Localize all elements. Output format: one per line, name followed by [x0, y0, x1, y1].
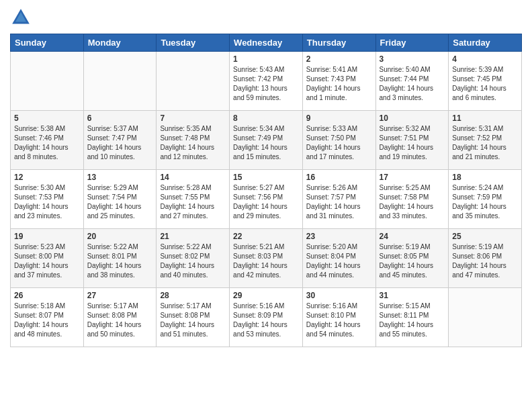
calendar-cell: 19Sunrise: 5:23 AMSunset: 8:00 PMDayligh… [11, 229, 84, 288]
calendar-cell: 8Sunrise: 5:34 AMSunset: 7:49 PMDaylight… [230, 111, 303, 170]
day-info: Sunrise: 5:41 AMSunset: 7:43 PMDaylight:… [306, 65, 372, 103]
calendar-table: SundayMondayTuesdayWednesdayThursdayFrid… [10, 34, 522, 347]
day-info: Sunrise: 5:18 AMSunset: 8:07 PMDaylight:… [14, 302, 80, 339]
calendar-cell: 22Sunrise: 5:21 AMSunset: 8:03 PMDayligh… [230, 229, 303, 288]
calendar-week-row: 19Sunrise: 5:23 AMSunset: 8:00 PMDayligh… [11, 229, 522, 288]
day-info: Sunrise: 5:23 AMSunset: 8:00 PMDaylight:… [14, 242, 80, 280]
day-info: Sunrise: 5:16 AMSunset: 8:10 PMDaylight:… [306, 302, 372, 339]
calendar-cell: 13Sunrise: 5:29 AMSunset: 7:54 PMDayligh… [83, 170, 157, 229]
day-number: 27 [87, 291, 153, 300]
day-number: 20 [87, 232, 153, 241]
calendar-week-row: 12Sunrise: 5:30 AMSunset: 7:53 PMDayligh… [11, 170, 522, 229]
day-number: 16 [306, 173, 372, 182]
day-number: 26 [14, 291, 80, 300]
logo [10, 7, 34, 28]
day-number: 15 [233, 173, 299, 182]
calendar-cell: 12Sunrise: 5:30 AMSunset: 7:53 PMDayligh… [11, 170, 84, 229]
weekday-header-row: SundayMondayTuesdayWednesdayThursdayFrid… [11, 34, 522, 52]
day-number: 2 [306, 54, 372, 64]
day-number: 19 [14, 232, 80, 241]
day-info: Sunrise: 5:16 AMSunset: 8:09 PMDaylight:… [233, 302, 299, 339]
calendar-cell: 30Sunrise: 5:16 AMSunset: 8:10 PMDayligh… [302, 288, 375, 347]
weekday-header-thursday: Thursday [302, 34, 375, 52]
day-info: Sunrise: 5:43 AMSunset: 7:42 PMDaylight:… [233, 65, 299, 103]
day-info: Sunrise: 5:24 AMSunset: 7:59 PMDaylight:… [452, 183, 518, 221]
day-info: Sunrise: 5:22 AMSunset: 8:02 PMDaylight:… [160, 242, 226, 280]
calendar-cell: 16Sunrise: 5:26 AMSunset: 7:57 PMDayligh… [302, 170, 375, 229]
day-number: 31 [380, 291, 445, 300]
calendar-cell [157, 52, 230, 111]
day-info: Sunrise: 5:25 AMSunset: 7:58 PMDaylight:… [380, 183, 445, 221]
day-number: 9 [306, 113, 372, 123]
calendar-week-row: 5Sunrise: 5:38 AMSunset: 7:46 PMDaylight… [11, 111, 522, 170]
day-number: 5 [14, 113, 80, 123]
calendar-cell: 9Sunrise: 5:33 AMSunset: 7:50 PMDaylight… [302, 111, 375, 170]
day-number: 30 [306, 291, 372, 300]
calendar-cell: 25Sunrise: 5:19 AMSunset: 8:06 PMDayligh… [449, 229, 522, 288]
weekday-header-tuesday: Tuesday [157, 34, 230, 52]
calendar-cell [83, 52, 157, 111]
calendar-cell: 15Sunrise: 5:27 AMSunset: 7:56 PMDayligh… [230, 170, 303, 229]
calendar-cell: 2Sunrise: 5:41 AMSunset: 7:43 PMDaylight… [302, 52, 375, 111]
day-info: Sunrise: 5:17 AMSunset: 8:08 PMDaylight:… [87, 302, 153, 339]
calendar-cell: 1Sunrise: 5:43 AMSunset: 7:42 PMDaylight… [230, 52, 303, 111]
day-number: 22 [233, 232, 299, 241]
calendar-cell: 7Sunrise: 5:35 AMSunset: 7:48 PMDaylight… [157, 111, 230, 170]
day-info: Sunrise: 5:26 AMSunset: 7:57 PMDaylight:… [306, 183, 372, 221]
calendar-cell: 24Sunrise: 5:19 AMSunset: 8:05 PMDayligh… [375, 229, 449, 288]
calendar-cell: 29Sunrise: 5:16 AMSunset: 8:09 PMDayligh… [230, 288, 303, 347]
day-number: 29 [233, 291, 299, 300]
day-info: Sunrise: 5:22 AMSunset: 8:01 PMDaylight:… [87, 242, 153, 280]
page: SundayMondayTuesdayWednesdayThursdayFrid… [0, 0, 532, 411]
calendar-cell [11, 52, 84, 111]
day-info: Sunrise: 5:19 AMSunset: 8:06 PMDaylight:… [452, 242, 518, 280]
day-info: Sunrise: 5:35 AMSunset: 7:48 PMDaylight:… [160, 124, 226, 162]
day-number: 10 [380, 113, 445, 123]
day-info: Sunrise: 5:38 AMSunset: 7:46 PMDaylight:… [14, 124, 80, 162]
day-number: 18 [452, 173, 518, 182]
day-number: 13 [87, 173, 153, 182]
day-info: Sunrise: 5:37 AMSunset: 7:47 PMDaylight:… [87, 124, 153, 162]
calendar-cell: 4Sunrise: 5:39 AMSunset: 7:45 PMDaylight… [449, 52, 522, 111]
logo-icon [10, 7, 32, 28]
calendar-cell: 28Sunrise: 5:17 AMSunset: 8:08 PMDayligh… [157, 288, 230, 347]
calendar-cell: 6Sunrise: 5:37 AMSunset: 7:47 PMDaylight… [83, 111, 157, 170]
calendar-cell: 21Sunrise: 5:22 AMSunset: 8:02 PMDayligh… [157, 229, 230, 288]
day-number: 4 [452, 54, 518, 64]
day-number: 24 [380, 232, 445, 241]
day-number: 14 [160, 173, 226, 182]
day-number: 11 [452, 113, 518, 123]
day-number: 17 [380, 173, 445, 182]
day-number: 21 [160, 232, 226, 241]
day-info: Sunrise: 5:34 AMSunset: 7:49 PMDaylight:… [233, 124, 299, 162]
calendar-cell: 14Sunrise: 5:28 AMSunset: 7:55 PMDayligh… [157, 170, 230, 229]
day-info: Sunrise: 5:33 AMSunset: 7:50 PMDaylight:… [306, 124, 372, 162]
calendar-cell: 20Sunrise: 5:22 AMSunset: 8:01 PMDayligh… [83, 229, 157, 288]
day-info: Sunrise: 5:28 AMSunset: 7:55 PMDaylight:… [160, 183, 226, 221]
calendar-cell [449, 288, 522, 347]
day-number: 3 [380, 54, 445, 64]
day-number: 23 [306, 232, 372, 241]
weekday-header-sunday: Sunday [11, 34, 84, 52]
calendar-cell: 26Sunrise: 5:18 AMSunset: 8:07 PMDayligh… [11, 288, 84, 347]
weekday-header-monday: Monday [83, 34, 157, 52]
day-info: Sunrise: 5:15 AMSunset: 8:11 PMDaylight:… [380, 302, 445, 339]
day-number: 6 [87, 113, 153, 123]
day-info: Sunrise: 5:19 AMSunset: 8:05 PMDaylight:… [380, 242, 445, 280]
day-number: 1 [233, 54, 299, 64]
day-number: 8 [233, 113, 299, 123]
day-info: Sunrise: 5:29 AMSunset: 7:54 PMDaylight:… [87, 183, 153, 221]
day-info: Sunrise: 5:17 AMSunset: 8:08 PMDaylight:… [160, 302, 226, 339]
weekday-header-saturday: Saturday [449, 34, 522, 52]
header [10, 7, 522, 28]
calendar-week-row: 26Sunrise: 5:18 AMSunset: 8:07 PMDayligh… [11, 288, 522, 347]
day-number: 25 [452, 232, 518, 241]
day-number: 12 [14, 173, 80, 182]
day-info: Sunrise: 5:31 AMSunset: 7:52 PMDaylight:… [452, 124, 518, 162]
calendar-cell: 27Sunrise: 5:17 AMSunset: 8:08 PMDayligh… [83, 288, 157, 347]
calendar-week-row: 1Sunrise: 5:43 AMSunset: 7:42 PMDaylight… [11, 52, 522, 111]
calendar-cell: 10Sunrise: 5:32 AMSunset: 7:51 PMDayligh… [375, 111, 449, 170]
calendar-cell: 18Sunrise: 5:24 AMSunset: 7:59 PMDayligh… [449, 170, 522, 229]
day-info: Sunrise: 5:30 AMSunset: 7:53 PMDaylight:… [14, 183, 80, 221]
day-number: 28 [160, 291, 226, 300]
